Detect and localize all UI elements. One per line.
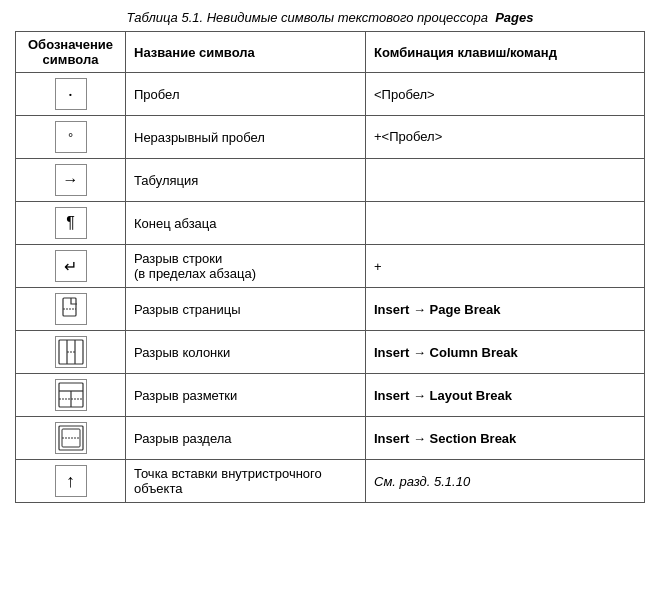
symbol-cell-4: ↵ bbox=[16, 245, 126, 288]
table-row: Разрыв колонкиInsert → Column Break bbox=[16, 331, 645, 374]
combo-cell-0: <Пробел> bbox=[366, 73, 645, 116]
symbol-sectionbreak-icon bbox=[55, 422, 87, 454]
symbol-columnbreak-icon bbox=[55, 336, 87, 368]
combo-cell-2 bbox=[366, 159, 645, 202]
combo-text: См. разд. 5.1.10 bbox=[374, 474, 470, 489]
table-row: •Пробел<Пробел> bbox=[16, 73, 645, 116]
symbol-cell-8 bbox=[16, 417, 126, 460]
name-text: Разрыв раздела bbox=[134, 431, 232, 446]
symbol-nbspace-icon: ° bbox=[55, 121, 87, 153]
name-cell-5: Разрыв страницы bbox=[126, 288, 366, 331]
combo-text: + bbox=[374, 259, 382, 274]
name-cell-7: Разрыв разметки bbox=[126, 374, 366, 417]
symbol-cell-5 bbox=[16, 288, 126, 331]
symbol-inlineobj-icon: ↑ bbox=[55, 465, 87, 497]
table-row: ↑Точка вставки внутристрочного объектаСм… bbox=[16, 460, 645, 503]
name-cell-6: Разрыв колонки bbox=[126, 331, 366, 374]
title-appname: Pages bbox=[495, 10, 533, 25]
name-cell-8: Разрыв раздела bbox=[126, 417, 366, 460]
table-row: →Табуляция bbox=[16, 159, 645, 202]
name-text: Разрыв строки bbox=[134, 251, 222, 266]
combo-text: Insert → Column Break bbox=[374, 345, 518, 360]
title-prefix: Таблица 5.1. bbox=[127, 10, 204, 25]
symbol-cell-3: ¶ bbox=[16, 202, 126, 245]
name-text: (в пределах абзаца) bbox=[134, 266, 256, 281]
symbol-dot-icon: • bbox=[55, 78, 87, 110]
symbol-layoutbreak-icon bbox=[55, 379, 87, 411]
table-header-row: Обозначение символа Название символа Ком… bbox=[16, 32, 645, 73]
title-description: Невидимые символы текстового процессора bbox=[207, 10, 488, 25]
table-row: ↵Разрыв строки(в пределах абзаца)+ bbox=[16, 245, 645, 288]
header-name: Название символа bbox=[126, 32, 366, 73]
table-row: Разрыв разделаInsert → Section Break bbox=[16, 417, 645, 460]
name-text: Разрыв колонки bbox=[134, 345, 230, 360]
header-symbol: Обозначение символа bbox=[16, 32, 126, 73]
combo-text: Insert → Page Break bbox=[374, 302, 500, 317]
name-text: Неразрывный пробел bbox=[134, 130, 265, 145]
symbol-cell-9: ↑ bbox=[16, 460, 126, 503]
symbols-table: Обозначение символа Название символа Ком… bbox=[15, 31, 645, 503]
name-text: Разрыв страницы bbox=[134, 302, 241, 317]
combo-cell-7: Insert → Layout Break bbox=[366, 374, 645, 417]
combo-cell-5: Insert → Page Break bbox=[366, 288, 645, 331]
name-text: Табуляция bbox=[134, 173, 198, 188]
name-cell-4: Разрыв строки(в пределах абзаца) bbox=[126, 245, 366, 288]
name-cell-0: Пробел bbox=[126, 73, 366, 116]
symbol-para-icon: ¶ bbox=[55, 207, 87, 239]
name-cell-2: Табуляция bbox=[126, 159, 366, 202]
combo-cell-4: + bbox=[366, 245, 645, 288]
symbol-cell-2: → bbox=[16, 159, 126, 202]
symbol-cell-1: ° bbox=[16, 116, 126, 159]
name-text: Конец абзаца bbox=[134, 216, 217, 231]
name-cell-9: Точка вставки внутристрочного объекта bbox=[126, 460, 366, 503]
combo-cell-3 bbox=[366, 202, 645, 245]
table-row: ¶Конец абзаца bbox=[16, 202, 645, 245]
name-cell-1: Неразрывный пробел bbox=[126, 116, 366, 159]
table-row: °Неразрывный пробел+<Пробел> bbox=[16, 116, 645, 159]
symbol-cell-6 bbox=[16, 331, 126, 374]
svg-rect-0 bbox=[63, 298, 76, 316]
name-cell-3: Конец абзаца bbox=[126, 202, 366, 245]
header-combo: Комбинация клавиш/команд bbox=[366, 32, 645, 73]
symbol-cell-7 bbox=[16, 374, 126, 417]
symbol-cell-0: • bbox=[16, 73, 126, 116]
combo-cell-9: См. разд. 5.1.10 bbox=[366, 460, 645, 503]
name-text: Разрыв разметки bbox=[134, 388, 237, 403]
combo-text: Insert → Section Break bbox=[374, 431, 516, 446]
table-row: Разрыв разметкиInsert → Layout Break bbox=[16, 374, 645, 417]
combo-text: <Пробел> bbox=[374, 87, 435, 102]
combo-cell-1: +<Пробел> bbox=[366, 116, 645, 159]
combo-cell-8: Insert → Section Break bbox=[366, 417, 645, 460]
symbol-linebr-icon: ↵ bbox=[55, 250, 87, 282]
symbol-pagebreak-icon bbox=[55, 293, 87, 325]
table-title: Таблица 5.1. Невидимые символы текстовог… bbox=[15, 10, 645, 25]
combo-cell-6: Insert → Column Break bbox=[366, 331, 645, 374]
name-text: Точка вставки внутристрочного объекта bbox=[134, 466, 322, 496]
combo-text: Insert → Layout Break bbox=[374, 388, 512, 403]
symbol-tab-icon: → bbox=[55, 164, 87, 196]
name-text: Пробел bbox=[134, 87, 180, 102]
combo-text: +<Пробел> bbox=[374, 129, 636, 145]
table-row: Разрыв страницыInsert → Page Break bbox=[16, 288, 645, 331]
